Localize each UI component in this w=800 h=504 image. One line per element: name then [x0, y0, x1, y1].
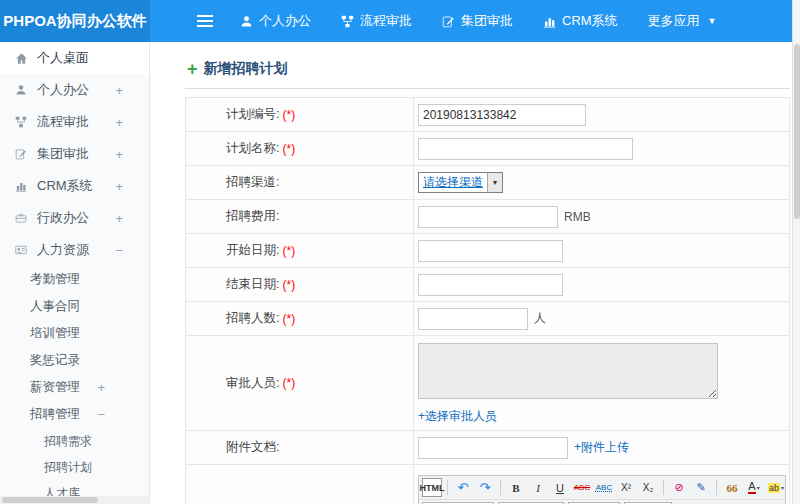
- spellcheck-button[interactable]: ABC: [594, 478, 614, 497]
- chevron-down-icon: ▼: [708, 16, 717, 26]
- expand-icon[interactable]: +: [115, 147, 123, 162]
- highlight-glyph: ab: [768, 483, 780, 493]
- label-text: 招聘渠道:: [226, 174, 279, 191]
- menu-toggle-button[interactable]: [196, 14, 214, 28]
- strikethrough-button[interactable]: ABC: [572, 478, 592, 497]
- underline-button[interactable]: U: [550, 478, 570, 497]
- topbar: PHPOA协同办公软件 个人办公 流程审批 集团审批: [0, 0, 792, 42]
- field-cell: +附件上传: [414, 431, 789, 464]
- select-value: 请选择渠道: [419, 174, 487, 191]
- subscript-button[interactable]: X₂: [638, 478, 658, 497]
- start-date-input[interactable]: [418, 240, 563, 262]
- field-label: 招聘渠道:: [186, 166, 414, 199]
- expand-icon[interactable]: +: [115, 211, 123, 226]
- remove-format-button[interactable]: ⊘: [669, 478, 689, 497]
- required-marker: (*): [282, 376, 295, 390]
- nav-group-approval[interactable]: 集团审批: [442, 12, 513, 30]
- nav-label: 流程审批: [360, 12, 412, 30]
- redo-button[interactable]: ↷: [475, 478, 495, 497]
- undo-button[interactable]: ↶: [453, 478, 473, 497]
- page-vertical-scrollbar[interactable]: [792, 0, 800, 504]
- select-approvers-link[interactable]: +选择审批人员: [418, 408, 497, 425]
- label-text: 结束日期:: [226, 276, 279, 293]
- collapse-icon[interactable]: −: [115, 243, 123, 258]
- attachment-upload-link[interactable]: +附件上传: [574, 439, 629, 456]
- expand-icon[interactable]: +: [97, 380, 105, 395]
- sidebar-item-workflow-approval[interactable]: 流程审批 +: [0, 106, 149, 138]
- form-row-content-editor: HTML ↶ ↷ B I U ABC ABC X² X₂ ⊘: [186, 465, 789, 504]
- hamburger-icon: [196, 14, 214, 28]
- unit-suffix: 人: [534, 310, 546, 327]
- bold-button[interactable]: B: [506, 478, 526, 497]
- required-marker: (*): [282, 142, 295, 156]
- nav-label: 个人办公: [259, 12, 311, 30]
- label-text: 计划编号:: [226, 106, 279, 123]
- id-card-icon: [14, 244, 28, 256]
- required-marker: (*): [282, 244, 295, 258]
- page-title-text: 新增招聘计划: [204, 60, 288, 78]
- sidebar-item-label: 个人办公: [37, 81, 89, 99]
- attachment-input[interactable]: [418, 437, 568, 459]
- sidebar-item-personal-desktop[interactable]: 个人桌面: [0, 42, 149, 74]
- sidebar-item-salary[interactable]: 薪资管理 +: [0, 374, 149, 401]
- sidebar-item-label: 流程审批: [37, 113, 89, 131]
- sidebar-item-recruitment-demand[interactable]: 招聘需求: [0, 428, 149, 454]
- sidebar-item-group-approval[interactable]: 集团审批 +: [0, 138, 149, 170]
- italic-button[interactable]: I: [528, 478, 548, 497]
- approvers-textarea[interactable]: [418, 343, 718, 399]
- sidebar-item-attendance[interactable]: 考勤管理: [0, 266, 149, 293]
- field-cell: 请选择渠道 ▾: [414, 166, 789, 199]
- rich-text-editor[interactable]: HTML ↶ ↷ B I U ABC ABC X² X₂ ⊘: [418, 475, 786, 504]
- required-marker: (*): [282, 278, 295, 292]
- nav-crm[interactable]: CRM系统: [543, 12, 618, 30]
- form-row-plan-name: 计划名称: (*): [186, 132, 789, 166]
- sidebar-item-crm[interactable]: CRM系统 +: [0, 170, 149, 202]
- sidebar-item-rewards[interactable]: 奖惩记录: [0, 347, 149, 374]
- toolbar-separator: [447, 480, 448, 495]
- sidebar-item-hr-contract[interactable]: 人事合同: [0, 293, 149, 320]
- expand-icon[interactable]: +: [115, 83, 123, 98]
- label-text: 招聘人数:: [226, 310, 279, 327]
- nav-label: CRM系统: [562, 12, 618, 30]
- bar-chart-icon: [14, 180, 28, 192]
- expand-icon[interactable]: +: [115, 179, 123, 194]
- collapse-icon[interactable]: −: [97, 407, 105, 422]
- sidebar-item-training[interactable]: 培训管理: [0, 320, 149, 347]
- plan-name-input[interactable]: [418, 138, 633, 160]
- sidebar-item-recruitment-plan[interactable]: 招聘计划: [0, 454, 149, 480]
- headcount-input[interactable]: [418, 308, 528, 330]
- expand-icon[interactable]: +: [115, 115, 123, 130]
- blockquote-button[interactable]: 66: [722, 478, 742, 497]
- end-date-input[interactable]: [418, 274, 563, 296]
- channel-select[interactable]: 请选择渠道 ▾: [418, 172, 503, 193]
- sidebar-item-recruitment-mgmt[interactable]: 招聘管理 −: [0, 401, 149, 428]
- nav-workflow-approval[interactable]: 流程审批: [341, 12, 412, 30]
- briefcase-icon: [14, 212, 28, 224]
- html-source-button[interactable]: HTML: [422, 478, 442, 497]
- flow-icon: [14, 116, 28, 128]
- field-cell: RMB: [414, 200, 789, 233]
- field-label: 审批人员: (*): [186, 336, 414, 430]
- cost-input[interactable]: [418, 206, 558, 228]
- field-cell: [414, 234, 789, 267]
- highlight-color-button[interactable]: ab ▾: [766, 478, 785, 497]
- form-row-channel: 招聘渠道: 请选择渠道 ▾: [186, 166, 789, 200]
- person-icon: [240, 15, 253, 28]
- sidebar-item-personal-office[interactable]: 个人办公 +: [0, 74, 149, 106]
- recruitment-plan-form: 计划编号: (*) 计划名称: (*) 招聘渠道: 请选择渠: [185, 97, 790, 504]
- scrollbar-thumb[interactable]: [794, 44, 800, 219]
- scrollbar-thumb[interactable]: [2, 497, 98, 503]
- app-logo[interactable]: PHPOA协同办公软件: [0, 0, 150, 42]
- field-label: 招聘人数: (*): [186, 302, 414, 335]
- sidebar-item-hr[interactable]: 人力资源 −: [0, 234, 149, 266]
- sidebar-horizontal-scrollbar[interactable]: [0, 496, 150, 504]
- superscript-button[interactable]: X²: [616, 478, 636, 497]
- page-title: + 新增招聘计划: [185, 52, 790, 89]
- font-color-button[interactable]: A ▾: [744, 478, 764, 497]
- nav-more-apps[interactable]: 更多应用 ▼: [648, 12, 717, 30]
- format-painter-button[interactable]: ✎: [691, 478, 711, 497]
- sidebar-item-label: 薪资管理: [30, 379, 80, 396]
- plan-number-input[interactable]: [418, 104, 586, 126]
- sidebar-item-admin-office[interactable]: 行政办公 +: [0, 202, 149, 234]
- nav-personal-office[interactable]: 个人办公: [240, 12, 311, 30]
